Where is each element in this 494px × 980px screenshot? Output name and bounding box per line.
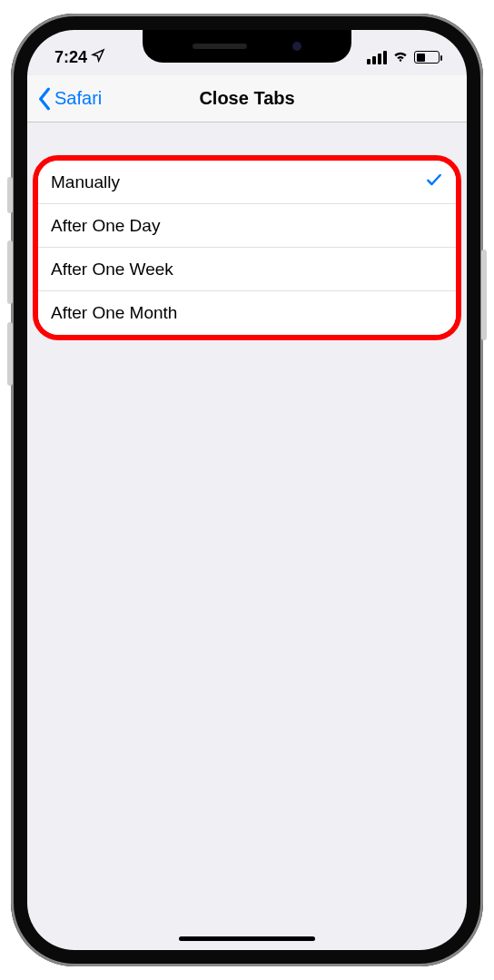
- power-button: [481, 250, 487, 340]
- status-time: 7:24: [54, 48, 87, 67]
- volume-down-button: [7, 322, 13, 386]
- volume-up-button: [7, 240, 13, 304]
- cell-signal-icon: [367, 51, 387, 64]
- option-manually[interactable]: Manually: [38, 161, 456, 204]
- highlight-annotation: Manually After One Day After One Week Af…: [33, 155, 461, 340]
- option-label: After One Week: [51, 260, 173, 279]
- status-left: 7:24: [54, 48, 105, 67]
- location-arrow-icon: [91, 48, 105, 67]
- option-after-one-day[interactable]: After One Day: [38, 204, 456, 248]
- notch: [143, 30, 351, 63]
- battery-icon: [414, 51, 440, 64]
- option-after-one-week[interactable]: After One Week: [38, 248, 456, 291]
- home-indicator[interactable]: [179, 936, 315, 941]
- content: Manually After One Day After One Week Af…: [27, 122, 467, 340]
- front-camera: [292, 42, 301, 51]
- status-right: [367, 46, 440, 69]
- mute-switch: [7, 177, 13, 213]
- phone-frame: 7:24: [11, 14, 483, 966]
- wifi-icon: [391, 46, 410, 69]
- checkmark-icon: [425, 171, 443, 194]
- back-button[interactable]: Safari: [36, 87, 102, 111]
- close-tabs-options-list: Manually After One Day After One Week Af…: [38, 161, 456, 335]
- chevron-left-icon: [36, 87, 53, 111]
- option-label: After One Day: [51, 216, 160, 236]
- screen: 7:24: [27, 30, 467, 950]
- option-after-one-month[interactable]: After One Month: [38, 291, 456, 335]
- back-label: Safari: [54, 88, 102, 109]
- nav-bar: Safari Close Tabs: [27, 75, 467, 122]
- option-label: Manually: [51, 172, 120, 192]
- option-label: After One Month: [51, 303, 177, 323]
- speaker-slot: [193, 44, 247, 49]
